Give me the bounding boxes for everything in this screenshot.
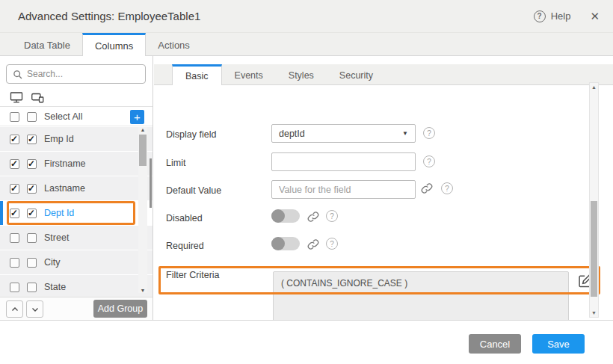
list-item[interactable]: Lastname [0,176,153,200]
scroll-up-icon[interactable]: ▲ [138,127,147,132]
default-value-input[interactable] [271,180,416,199]
sub-tab-bar: Basic Events Styles Security [154,64,613,85]
toggle-knob [271,209,285,223]
move-up-button[interactable] [6,300,23,318]
link-icon [421,182,433,194]
tab-events[interactable]: Events [222,64,276,84]
desktop-visibility-checkbox[interactable] [10,283,19,292]
column-label: Firstname [44,158,86,169]
display-field-select[interactable]: deptId ▼ [271,124,416,143]
desktop-visibility-checkbox[interactable] [10,258,19,268]
limit-label: Limit [166,158,185,168]
search-icon [13,70,22,79]
link-icon [307,211,319,223]
mobile-devices-icon[interactable] [31,90,46,104]
search-input[interactable]: Search... [6,64,146,84]
mobile-visibility-checkbox[interactable] [27,135,37,144]
save-button[interactable]: Save [532,334,585,354]
scroll-up-icon[interactable]: ▲ [590,84,598,90]
dialog-header: Advanced Settings: EmployeeTable1 ? Help… [0,0,613,33]
column-label: City [44,257,61,268]
chevron-up-icon [10,305,19,314]
list-item[interactable]: City [0,250,153,274]
list-item[interactable]: State [0,275,153,297]
select-all-desktop-checkbox[interactable] [10,112,19,122]
required-toggle[interactable] [271,237,300,250]
desktop-icon[interactable] [10,90,23,104]
panel-scrollbar-thumb[interactable] [591,201,597,297]
disabled-bind-button[interactable] [306,210,320,223]
mobile-visibility-checkbox[interactable] [27,184,37,194]
tab-columns[interactable]: Columns [82,33,146,56]
search-placeholder: Search... [27,69,63,79]
dropdown-caret-icon: ▼ [402,130,408,137]
required-help-icon[interactable]: ? [326,238,338,250]
desktop-visibility-checkbox[interactable] [10,233,19,243]
move-down-button[interactable] [26,300,43,318]
default-value-help-icon[interactable]: ? [441,182,453,194]
limit-input[interactable] [271,152,416,171]
panel-scrollbar[interactable]: ▲ ▼ [589,82,599,318]
desktop-visibility-checkbox[interactable] [10,135,19,144]
mobile-visibility-checkbox[interactable] [27,159,37,169]
sidebar-scrollbar[interactable]: ▲ ▼ [138,127,147,293]
link-icon [307,238,319,250]
scroll-down-icon[interactable]: ▼ [138,288,147,293]
dialog-title: Advanced Settings: EmployeeTable1 [18,10,534,22]
mobile-visibility-checkbox[interactable] [27,233,37,243]
display-field-label: Display field [166,129,216,140]
cancel-button[interactable]: Cancel [469,334,521,354]
desktop-visibility-checkbox[interactable] [10,159,19,169]
desktop-visibility-checkbox[interactable] [10,209,19,218]
tab-data-table[interactable]: Data Table [12,33,82,55]
help-button[interactable]: ? Help [534,10,571,22]
add-column-button[interactable]: + [130,110,144,124]
mobile-visibility-checkbox[interactable] [27,209,37,218]
add-group-button[interactable]: Add Group [93,300,147,318]
mobile-visibility-checkbox[interactable] [27,258,37,268]
select-all-label: Select All [44,111,82,122]
select-all-row[interactable]: Select All + [0,108,153,126]
required-label: Required [166,241,204,251]
settings-panel: Basic Events Styles Security Display fie… [154,56,613,320]
chevron-down-icon [31,305,40,314]
desktop-visibility-checkbox[interactable] [10,184,19,194]
column-label: Lastname [44,183,85,194]
column-label: State [44,282,66,292]
limit-help-icon[interactable]: ? [423,155,435,167]
mobile-visibility-checkbox[interactable] [27,283,37,292]
list-item[interactable]: Street [0,226,153,250]
disabled-help-icon[interactable]: ? [326,210,338,222]
dialog-body: Search... Select All + Emp IdFirstnameLa… [0,56,613,320]
dialog-footer: Cancel Save [0,320,613,364]
list-item[interactable]: Dept Id [0,201,153,225]
sidebar-toolbar: Add Group [0,297,153,320]
help-label: Help [551,10,571,22]
required-bind-button[interactable] [306,238,320,251]
list-item[interactable]: Emp Id [0,127,153,151]
list-item[interactable]: Firstname [0,152,153,176]
basic-form: Display field deptId ▼ ? Limit ? Default… [154,85,613,320]
filter-criteria-value: ( CONTAINS_IGNORE_CASE ) [281,278,407,289]
inner-scrollbar-thumb[interactable] [150,158,152,208]
sidebar-scrollbar-thumb[interactable] [139,135,147,166]
default-value-label: Default Value [166,185,221,196]
column-label: Street [44,232,69,243]
columns-sidebar: Search... Select All + Emp IdFirstnameLa… [0,56,153,320]
display-field-value: deptId [279,129,305,139]
display-field-help-icon[interactable]: ? [423,127,435,139]
filter-criteria-label: Filter Criteria [166,270,220,280]
disabled-toggle[interactable] [271,209,300,223]
help-icon: ? [534,10,546,22]
tab-styles[interactable]: Styles [276,64,327,84]
column-label: Dept Id [44,208,74,218]
tab-security[interactable]: Security [327,64,386,84]
tab-actions[interactable]: Actions [146,33,202,55]
scroll-down-icon[interactable]: ▼ [590,310,598,315]
default-value-bind-button[interactable] [420,182,434,195]
close-icon[interactable]: ✕ [590,10,600,23]
toggle-knob [271,237,285,250]
column-label: Emp Id [44,134,74,144]
select-all-mobile-checkbox[interactable] [27,112,37,122]
tab-basic[interactable]: Basic [172,64,222,85]
